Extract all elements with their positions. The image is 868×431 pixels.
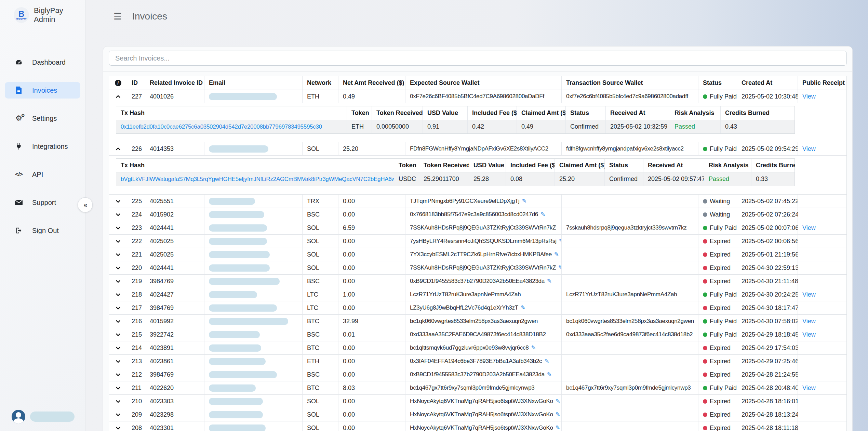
view-receipt-link[interactable]: View bbox=[802, 315, 816, 328]
cell-net-amt: 0.00 bbox=[338, 301, 405, 314]
cell-status: Fully Paid bbox=[698, 288, 737, 301]
chevron-down-icon[interactable] bbox=[109, 395, 127, 408]
view-receipt-link[interactable]: View bbox=[802, 288, 816, 301]
subheader-risk-analysis: Risk Analysis bbox=[670, 106, 720, 120]
chevron-down-icon[interactable] bbox=[109, 221, 127, 234]
subheader-label: Credits Burned bbox=[725, 109, 770, 116]
subheader-tx-hash: Tx Hash bbox=[116, 106, 347, 120]
chevron-down-icon[interactable] bbox=[109, 381, 127, 394]
edit-wallet-pencil-icon[interactable]: ✎ bbox=[522, 195, 527, 208]
cell-status: Expired bbox=[698, 301, 737, 314]
chevron-down-icon[interactable] bbox=[109, 368, 127, 381]
subcell-value: Confirmed bbox=[570, 123, 599, 130]
cell-id: 225 bbox=[127, 195, 145, 208]
edit-wallet-pencil-icon[interactable]: ✎ bbox=[554, 248, 559, 261]
sidebar-item-integrations[interactable]: Integrations bbox=[5, 138, 80, 155]
view-receipt-link[interactable]: View bbox=[802, 90, 816, 103]
subcell-status: Confirmed bbox=[604, 172, 643, 186]
status-label: Expired bbox=[710, 301, 731, 314]
chevron-down-icon[interactable] bbox=[109, 235, 127, 248]
edit-wallet-pencil-icon[interactable]: ✎ bbox=[547, 275, 552, 288]
chevron-down-icon[interactable] bbox=[109, 341, 127, 354]
edit-wallet-pencil-icon[interactable]: ✎ bbox=[531, 341, 536, 354]
subcell-value: 0.08 bbox=[510, 175, 522, 182]
view-receipt-link[interactable]: View bbox=[802, 221, 816, 234]
chevron-down-icon[interactable] bbox=[109, 421, 127, 431]
cell-related-invoice-id: 3984769 bbox=[145, 301, 204, 314]
chevron-up-icon[interactable] bbox=[109, 142, 127, 155]
cell-net-amt: 0.00 bbox=[338, 408, 405, 421]
edit-wallet-pencil-icon[interactable]: ✎ bbox=[540, 208, 545, 221]
gauge-icon bbox=[14, 58, 23, 66]
cell-expected-wallet: bc1q467gx7tt6r9xy7sqml3p0m9fmde5gjmlcynw… bbox=[405, 381, 561, 394]
mail-icon bbox=[14, 199, 23, 206]
cell-email bbox=[204, 142, 302, 155]
edit-wallet-pencil-icon[interactable]: ✎ bbox=[547, 368, 552, 381]
sidebar-item-sign-out[interactable]: Sign Out bbox=[5, 222, 80, 239]
edit-wallet-pencil-icon[interactable]: ✎ bbox=[556, 408, 560, 421]
cell-expected-wallet: 0xB9CD1f9455583c37b2790D203A2b50EEa43823… bbox=[405, 368, 561, 381]
cell-network: BTC bbox=[302, 381, 338, 394]
cell-net-amt: 0.00 bbox=[338, 248, 405, 261]
chevron-down-icon[interactable] bbox=[109, 301, 127, 314]
sidebar-item-dashboard[interactable]: Dashboard bbox=[5, 54, 80, 70]
chevron-down-icon[interactable] bbox=[109, 248, 127, 261]
expand-cell bbox=[109, 208, 127, 221]
view-receipt-link[interactable]: View bbox=[802, 328, 816, 341]
tx-hash-link[interactable]: bVgtLkVFJfWWatugafaS7Mq3L5rqYgwHGHE5efjy… bbox=[121, 176, 394, 182]
chevron-down-icon[interactable] bbox=[109, 208, 127, 221]
edit-wallet-pencil-icon[interactable]: ✎ bbox=[559, 235, 561, 248]
sidebar-collapse-button[interactable]: « bbox=[78, 197, 93, 212]
header-cell-status: Status bbox=[698, 76, 737, 90]
view-receipt-link[interactable]: View bbox=[802, 142, 816, 155]
cell-net-amt: 0.00 bbox=[338, 421, 405, 431]
expand-cell bbox=[109, 288, 127, 301]
edit-wallet-pencil-icon[interactable]: ✎ bbox=[558, 261, 561, 274]
subcell-value: Passed bbox=[675, 123, 695, 130]
view-receipt-link[interactable]: View bbox=[802, 381, 816, 394]
chevron-down-icon[interactable] bbox=[109, 315, 127, 328]
sidebar-item-settings[interactable]: ⚙⚙Settings bbox=[5, 110, 80, 127]
edit-wallet-pencil-icon[interactable]: ✎ bbox=[556, 421, 560, 431]
edit-wallet-pencil-icon[interactable]: ✎ bbox=[556, 395, 560, 408]
cell-public-receipt bbox=[798, 301, 847, 314]
expected-wallet-text: TJTqmPNmgxb6Py91GCXeure9efLDpXjgTj bbox=[410, 195, 520, 208]
chevron-down-icon[interactable] bbox=[109, 261, 127, 274]
expand-cell bbox=[109, 368, 127, 381]
edit-wallet-pencil-icon[interactable]: ✎ bbox=[521, 301, 525, 314]
header-cell-info: i bbox=[109, 76, 127, 90]
table-row: 2234024441SOL6.597SSKAuh8HDsRPq8j9QEGuA3… bbox=[109, 221, 846, 234]
search-input[interactable] bbox=[109, 51, 847, 66]
cell-net-amt: 0.00 bbox=[338, 275, 405, 288]
chevron-down-icon[interactable] bbox=[109, 408, 127, 421]
header-label: Public Receipt bbox=[802, 76, 845, 90]
hamburger-menu-icon[interactable]: ☰ bbox=[113, 11, 122, 22]
cell-created-at: 2025-05-02 10:30:48 bbox=[737, 90, 798, 103]
info-icon: i bbox=[115, 80, 121, 86]
chevron-down-icon[interactable] bbox=[109, 275, 127, 288]
cell-id: 224 bbox=[127, 208, 145, 221]
chevron-down-icon[interactable] bbox=[109, 288, 127, 301]
tx-hash-link[interactable]: 0x11eefb2d0fa10c0cae6275c6a03502904d542d… bbox=[121, 123, 322, 130]
subcell-usd-value: 25.28 bbox=[469, 172, 506, 186]
chevron-up-icon[interactable] bbox=[109, 90, 127, 103]
cell-related-invoice-id: 3984769 bbox=[145, 275, 204, 288]
status-label: Expired bbox=[710, 248, 731, 261]
cell-status: Fully Paid bbox=[698, 90, 737, 103]
table-row: 2193984769BSC0.000xB9CD1f9455583c37b2790… bbox=[109, 274, 846, 288]
sidebar-item-invoices[interactable]: Invoices bbox=[5, 82, 80, 99]
cell-transaction-wallet bbox=[561, 301, 698, 314]
chevron-down-icon[interactable] bbox=[109, 355, 127, 368]
email-redacted bbox=[209, 93, 277, 100]
brand-letter: B bbox=[18, 10, 24, 18]
edit-wallet-pencil-icon[interactable]: ✎ bbox=[544, 355, 549, 368]
chevron-down-icon[interactable] bbox=[109, 195, 127, 208]
chevron-down-icon[interactable] bbox=[109, 328, 127, 341]
cell-net-amt: 0.00 bbox=[338, 261, 405, 274]
status-dot-paid bbox=[703, 332, 707, 337]
subheader-label: Claimed Amt ($) bbox=[521, 109, 565, 116]
sidebar-item-support[interactable]: Support bbox=[5, 194, 80, 211]
sidebar-item-api[interactable]: </>API bbox=[5, 166, 80, 183]
subheader-label: Token Received bbox=[376, 109, 423, 116]
subheader-token-received: Token Received bbox=[372, 106, 423, 120]
